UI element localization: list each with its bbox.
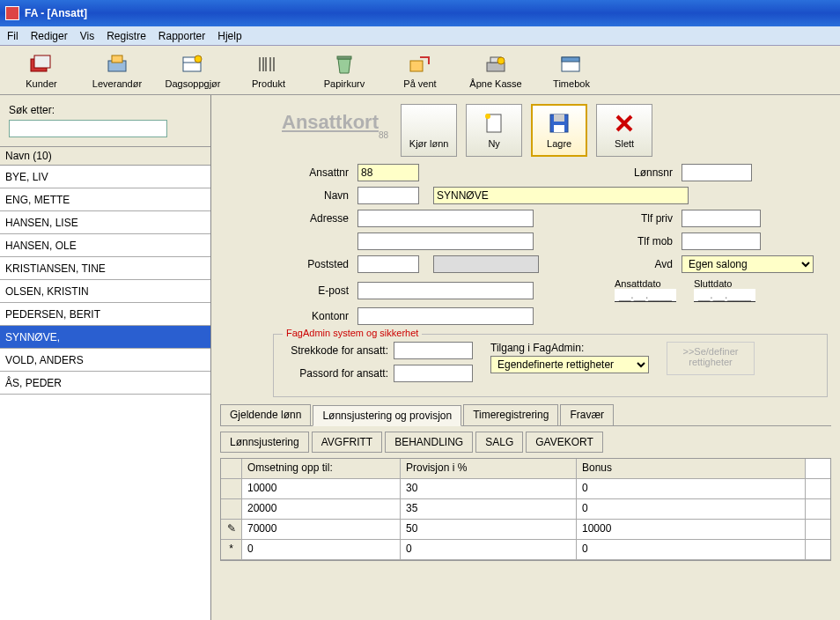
list-item[interactable]: ÅS, PEDER (0, 372, 210, 395)
list-item[interactable]: HANSEN, LISE (0, 211, 210, 234)
cell-provisjon[interactable]: 35 (401, 499, 577, 519)
tab[interactable]: Fravær (560, 404, 614, 425)
menu-registre[interactable]: Registre (107, 30, 146, 42)
ansattdato-input[interactable] (615, 289, 676, 302)
delete-button[interactable]: Slett (596, 104, 652, 157)
tool-papirkurv-label: Papirkurv (324, 78, 365, 89)
cell-omsetning[interactable]: 0 (242, 540, 401, 559)
navn-first-input[interactable] (357, 187, 419, 204)
tool-apnekasse-label: Åpne Kasse (469, 78, 521, 89)
subtab[interactable]: BEHANDLING (385, 432, 473, 453)
list-header: Navn (10) (0, 147, 210, 166)
menu-fil[interactable]: Fil (7, 30, 18, 42)
floppy-icon (549, 112, 570, 135)
employee-list[interactable]: BYE, LIVENG, METTEHANSEN, LISEHANSEN, OL… (0, 166, 210, 620)
ansattdato-label: Ansattdato (615, 278, 676, 289)
poststed-label: Poststed (273, 258, 352, 270)
tab[interactable]: Gjeldende lønn (220, 404, 311, 425)
epost-input[interactable] (357, 282, 534, 299)
kontonr-input[interactable] (357, 307, 534, 325)
list-item[interactable]: ENG, METTE (0, 188, 210, 211)
table-row[interactable]: 20000350 (221, 499, 830, 520)
subtab[interactable]: AVGFRITT (312, 432, 382, 453)
trash-icon (332, 52, 357, 77)
kontonr-label: Kontonr (273, 310, 352, 322)
poststed-name-display (433, 255, 539, 273)
barcode-input[interactable] (394, 342, 473, 359)
lonnsnr-input[interactable] (682, 164, 752, 181)
cell-omsetning[interactable]: 70000 (242, 520, 401, 539)
subtab[interactable]: GAVEKORT (526, 432, 603, 453)
tool-papirkurv[interactable]: Papirkurv (310, 49, 379, 92)
tool-dagsoppgjor[interactable]: Dagsoppgjør (158, 49, 227, 92)
sluttdato-input[interactable] (694, 289, 755, 302)
tool-timebok-label: Timebok (553, 78, 590, 89)
new-button[interactable]: Ny (466, 104, 522, 157)
tool-leverandor[interactable]: Leverandør (83, 49, 151, 92)
save-button[interactable]: Lagre (531, 104, 587, 157)
list-item[interactable]: SYNNØVE, (0, 326, 210, 349)
menu-rapporter[interactable]: Rapporter (158, 30, 205, 42)
svg-rect-18 (562, 57, 579, 62)
list-item[interactable]: OLSEN, KRISTIN (0, 280, 210, 303)
tool-produkt[interactable]: Produkt (234, 49, 303, 92)
avd-select[interactable]: Egen salong (682, 255, 814, 273)
poststed-code-input[interactable] (357, 255, 419, 273)
svg-point-20 (485, 114, 490, 119)
cell-omsetning[interactable]: 20000 (242, 499, 401, 519)
menu-hjelp[interactable]: Hjelp (217, 30, 241, 42)
navn-last-input[interactable] (433, 187, 689, 204)
password-input[interactable] (394, 365, 473, 382)
list-item[interactable]: BYE, LIV (0, 166, 210, 188)
cell-omsetning[interactable]: 10000 (242, 479, 401, 498)
cell-bonus[interactable]: 0 (577, 479, 806, 498)
list-item[interactable]: HANSEN, OLE (0, 234, 210, 257)
table-row[interactable]: 10000300 (221, 479, 830, 499)
access-select[interactable]: Egendefinerte rettigheter (490, 356, 649, 373)
svg-rect-13 (410, 61, 423, 71)
cashregister-icon (483, 52, 508, 77)
menu-vis[interactable]: Vis (80, 30, 94, 42)
tool-timebok[interactable]: Timebok (537, 49, 606, 92)
security-group: FagAdmin system og sikkerhet Strekkode f… (273, 334, 828, 397)
tab[interactable]: Lønnsjustering og provisjon (313, 405, 461, 426)
cell-provisjon[interactable]: 0 (401, 540, 577, 559)
search-input[interactable] (9, 120, 167, 137)
delete-x-icon (614, 112, 635, 135)
sidebar: Søk etter: Navn (10) BYE, LIVENG, METTEH… (0, 95, 211, 620)
tool-produkt-label: Produkt (252, 78, 285, 89)
tool-kunder-label: Kunder (26, 78, 56, 89)
menubar: Fil Rediger Vis Registre Rapporter Hjelp (0, 26, 840, 46)
adresse1-input[interactable] (357, 210, 534, 227)
subtab[interactable]: Lønnsjustering (220, 432, 309, 453)
avd-label: Avd (615, 258, 676, 270)
col-omsetning: Omsetning opp til: (242, 459, 401, 478)
provision-grid[interactable]: Omsetning opp til: Provisjon i % Bonus 1… (220, 458, 831, 561)
subtab[interactable]: SALG (475, 432, 523, 453)
tool-apnekasse[interactable]: Åpne Kasse (461, 49, 530, 92)
cell-bonus[interactable]: 0 (577, 499, 806, 519)
tlfmob-input[interactable] (682, 232, 761, 250)
ansattnr-input[interactable] (357, 164, 419, 181)
tool-kunder[interactable]: Kunder (7, 49, 76, 92)
tlfpriv-input[interactable] (682, 210, 761, 227)
lonnsnr-label: Lønnsnr (615, 166, 676, 179)
cards-icon (29, 52, 54, 77)
adresse2-input[interactable] (357, 232, 534, 250)
tool-paavent[interactable]: På vent (386, 49, 454, 92)
cell-provisjon[interactable]: 30 (401, 479, 577, 498)
cell-provisjon[interactable]: 50 (401, 520, 577, 539)
menu-rediger[interactable]: Rediger (31, 30, 68, 42)
epost-label: E-post (273, 284, 352, 297)
barcode-icon (256, 52, 281, 77)
tab[interactable]: Timeregistrering (463, 404, 558, 425)
list-item[interactable]: VOLD, ANDERS (0, 349, 210, 372)
table-row[interactable]: ✎700005010000 (221, 520, 830, 540)
cell-bonus[interactable]: 0 (577, 540, 806, 559)
run-payroll-button[interactable]: Kjør lønn (401, 104, 457, 157)
table-row[interactable]: *000 (221, 540, 830, 560)
list-item[interactable]: KRISTIANSEN, TINE (0, 257, 210, 280)
cell-bonus[interactable]: 10000 (577, 520, 806, 539)
list-item[interactable]: PEDERSEN, BERIT (0, 303, 210, 326)
subtabs: LønnsjusteringAVGFRITTBEHANDLINGSALGGAVE… (220, 432, 831, 453)
